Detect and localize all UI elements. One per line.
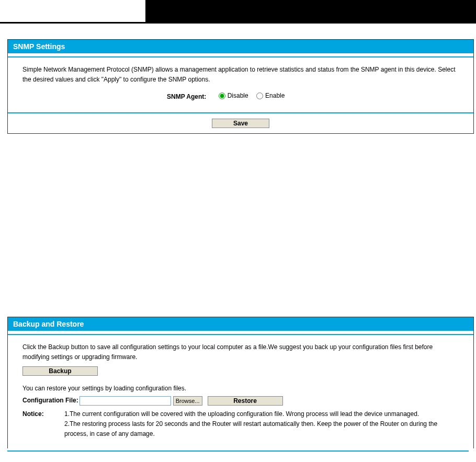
- backup-panel-title: Backup and Restore: [8, 317, 473, 331]
- panel-gap: [8, 53, 473, 57]
- backup-button[interactable]: Backup: [22, 366, 98, 376]
- backup-description: Click the Backup button to save all conf…: [22, 342, 459, 362]
- snmp-agent-row: SNMP Agent: Disable Enable: [22, 91, 459, 102]
- notice-row: Notice: 1.The current configuration will…: [22, 409, 459, 440]
- backup-panel: Backup and Restore Click the Backup butt…: [7, 317, 474, 449]
- snmp-agent-label: SNMP Agent:: [167, 92, 206, 102]
- restore-description: You can restore your settings by loading…: [22, 384, 459, 394]
- top-bar: [0, 0, 476, 22]
- browse-button[interactable]: Browse...: [173, 396, 202, 406]
- snmp-panel-title: SNMP Settings: [8, 40, 473, 53]
- snmp-enable-radio[interactable]: [256, 93, 263, 99]
- panel-gap: [8, 331, 473, 335]
- snmp-enable-option[interactable]: Enable: [256, 91, 285, 101]
- top-underline: [0, 22, 476, 24]
- snmp-footer: Save: [8, 113, 473, 133]
- snmp-description: Simple Network Management Protocol (SNMP…: [22, 65, 459, 85]
- config-file-input[interactable]: [80, 396, 171, 406]
- notice-line-1: 1.The current configuration will be cove…: [64, 409, 451, 419]
- snmp-disable-radio[interactable]: [219, 93, 225, 99]
- snmp-disable-option[interactable]: Disable: [219, 91, 248, 101]
- notice-line-2: 2.The restoring process lasts for 20 sec…: [64, 419, 451, 439]
- bottom-divider: [7, 451, 469, 452]
- save-button[interactable]: Save: [212, 119, 269, 128]
- backup-panel-body: Click the Backup button to save all conf…: [8, 335, 473, 449]
- config-file-row: Configuration File: Browse... Restore: [22, 396, 459, 406]
- notice-label: Notice:: [22, 409, 64, 419]
- config-file-label: Configuration File:: [22, 396, 78, 406]
- snmp-enable-label: Enable: [265, 91, 285, 101]
- snmp-panel: SNMP Settings Simple Network Management …: [7, 39, 474, 134]
- snmp-panel-body: Simple Network Management Protocol (SNMP…: [8, 57, 473, 112]
- notice-text: 1.The current configuration will be cove…: [64, 409, 451, 440]
- top-bar-black: [145, 0, 476, 22]
- snmp-disable-label: Disable: [228, 91, 248, 101]
- restore-button[interactable]: Restore: [208, 396, 283, 406]
